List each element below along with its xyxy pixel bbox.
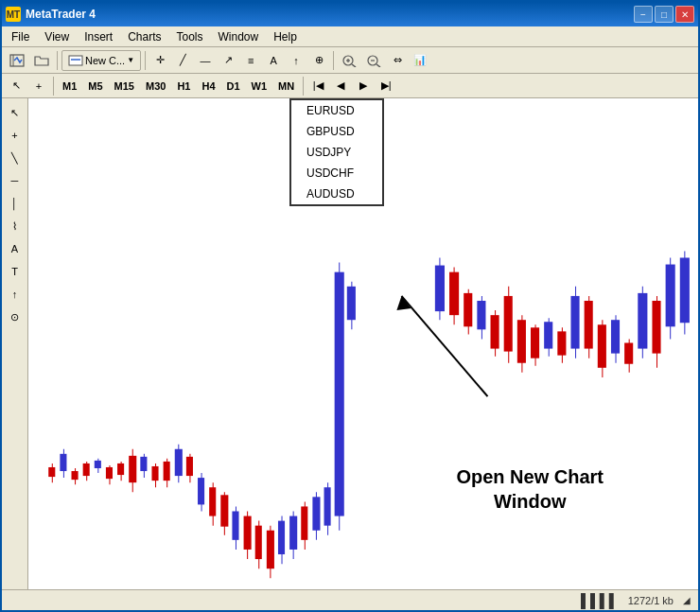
toolbar-scroll-end[interactable]: ▶| [376, 76, 396, 96]
toolbar-scale[interactable]: ⇔ [387, 50, 408, 71]
menu-view[interactable]: View [37, 28, 77, 45]
svg-rect-53 [278, 521, 285, 554]
toolbar-arrow[interactable]: ↑ [286, 50, 306, 71]
tool-arrow[interactable]: ↖ [5, 102, 26, 123]
menu-help[interactable]: Help [266, 28, 305, 45]
tf-h1[interactable]: H1 [172, 77, 195, 96]
svg-rect-19 [83, 463, 90, 476]
svg-rect-67 [435, 266, 445, 312]
svg-rect-35 [175, 449, 183, 476]
svg-rect-33 [164, 462, 170, 481]
toolbar-open[interactable] [30, 50, 53, 71]
symbol-dropdown[interactable]: EURUSD GBPUSD USDJPY USDCHF AUDUSD [289, 98, 384, 206]
toolbar-cursor[interactable]: ⊕ [308, 50, 329, 71]
svg-rect-17 [72, 471, 79, 480]
svg-rect-25 [117, 463, 124, 475]
dropdown-item-audusd[interactable]: AUDUSD [291, 184, 382, 204]
menu-insert[interactable]: Insert [77, 28, 120, 45]
window-title: MetaTrader 4 [26, 8, 96, 21]
status-bar: ▌▌▌▌ 1272/1 kb ◢ [2, 589, 698, 610]
menu-bar: File View Insert Charts Tools Window Hel… [2, 26, 698, 47]
tool-line[interactable]: ╲ [5, 148, 26, 168]
status-info: 1272/1 kb [628, 595, 674, 606]
toolbar-zoom-in[interactable] [338, 50, 360, 71]
svg-rect-69 [449, 272, 459, 316]
dropdown-item-usdjpy[interactable]: USDJPY [291, 142, 382, 163]
new-chart-button[interactable]: New C... ▼ [61, 50, 141, 71]
menu-tools[interactable]: Tools [169, 28, 211, 45]
chart-area: EURUSD GBPUSD USDJPY USDCHF AUDUSD Open … [28, 98, 698, 589]
dropdown-item-usdchf[interactable]: USDCHF [291, 163, 382, 184]
toolbar-fib[interactable]: ≡ [240, 50, 261, 71]
svg-rect-65 [347, 287, 356, 320]
svg-rect-39 [198, 478, 204, 504]
svg-line-5 [352, 64, 356, 67]
status-bars-icon: ▌▌▌▌ [581, 593, 619, 608]
tool-period[interactable]: ⊙ [5, 306, 26, 327]
dropdown-item-eurusd[interactable]: EURUSD [291, 100, 382, 121]
tf-h4[interactable]: H4 [197, 77, 219, 96]
minimize-button[interactable]: − [634, 6, 653, 23]
tf-sep-1 [53, 77, 54, 96]
cursor-tool[interactable]: ↖ [6, 76, 26, 96]
tf-d1[interactable]: D1 [222, 77, 245, 96]
toolbar-crosshair[interactable]: ✛ [149, 50, 170, 71]
toolbar-text[interactable]: A [263, 50, 284, 71]
svg-rect-85 [557, 331, 566, 355]
toolbar-indicators[interactable]: 📊 [410, 50, 430, 71]
tf-m15[interactable]: M15 [110, 77, 139, 96]
svg-rect-21 [95, 461, 101, 468]
toolbar-scroll-next[interactable]: ▶ [353, 76, 374, 96]
toolbar-new-chart[interactable] [6, 50, 28, 71]
svg-rect-23 [106, 467, 113, 479]
svg-rect-99 [652, 301, 660, 354]
tool-arrow2[interactable]: ↑ [5, 284, 26, 305]
toolbar-scroll-prev[interactable]: ◀ [330, 76, 351, 96]
menu-window[interactable]: Window [211, 28, 267, 45]
tool-crosshair[interactable]: + [5, 125, 26, 146]
new-dropdown-arrow: ▼ [127, 56, 134, 64]
svg-rect-57 [301, 506, 307, 539]
tf-m5[interactable]: M5 [83, 77, 107, 96]
svg-rect-73 [477, 301, 485, 329]
svg-rect-103 [680, 257, 690, 323]
crosshair-tool[interactable]: + [28, 76, 49, 96]
svg-rect-71 [464, 293, 472, 326]
svg-rect-2 [69, 56, 82, 65]
tool-hline2[interactable]: ─ [5, 170, 26, 191]
svg-rect-45 [232, 512, 238, 540]
menu-file[interactable]: File [4, 28, 37, 45]
tool-text2[interactable]: A [5, 238, 26, 259]
tool-equidistant[interactable]: ⌇ [5, 216, 26, 236]
svg-rect-81 [531, 327, 539, 358]
toolbar-zoom-out[interactable] [362, 50, 385, 71]
main-content: ↖ + ╲ ─ │ ⌇ A T ↑ ⊙ [2, 98, 698, 589]
toolbar-scroll-start[interactable]: |◀ [307, 76, 328, 96]
svg-rect-13 [48, 467, 55, 477]
toolbar-sep-2 [145, 51, 146, 70]
svg-rect-63 [335, 272, 344, 516]
svg-rect-83 [544, 322, 552, 348]
app-icon: MT [6, 7, 21, 22]
menu-charts[interactable]: Charts [120, 28, 168, 45]
svg-rect-61 [324, 487, 331, 525]
toolbar-line[interactable]: ╱ [172, 50, 193, 71]
maximize-button[interactable]: □ [655, 6, 674, 23]
tool-vline[interactable]: │ [5, 193, 26, 214]
svg-rect-29 [140, 457, 147, 471]
close-button[interactable]: ✕ [675, 6, 694, 23]
tf-w1[interactable]: W1 [247, 77, 272, 96]
toolbar-trend[interactable]: ↗ [218, 50, 238, 71]
tf-mn[interactable]: MN [273, 77, 299, 96]
svg-rect-47 [244, 516, 252, 550]
toolbar-hline[interactable]: — [195, 50, 216, 71]
tf-m1[interactable]: M1 [58, 77, 81, 96]
toolbar-sep-1 [57, 51, 58, 70]
svg-rect-93 [611, 320, 620, 353]
tf-m30[interactable]: M30 [141, 77, 170, 96]
dropdown-item-gbpusd[interactable]: GBPUSD [291, 121, 382, 142]
svg-rect-97 [638, 293, 647, 349]
svg-rect-31 [151, 466, 158, 481]
tool-label[interactable]: T [5, 261, 26, 282]
svg-rect-87 [570, 296, 579, 349]
